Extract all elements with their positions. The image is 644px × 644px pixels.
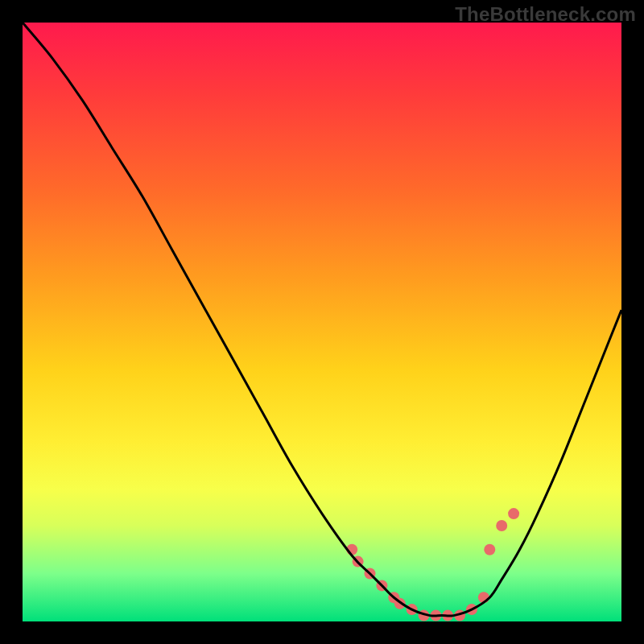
data-marker — [496, 520, 507, 531]
data-marker — [484, 544, 495, 555]
bottleneck-curve — [23, 23, 621, 616]
outer-frame: TheBottleneck.com — [0, 0, 644, 644]
data-marker — [508, 508, 519, 519]
data-markers — [346, 508, 519, 621]
chart-svg — [23, 23, 621, 621]
